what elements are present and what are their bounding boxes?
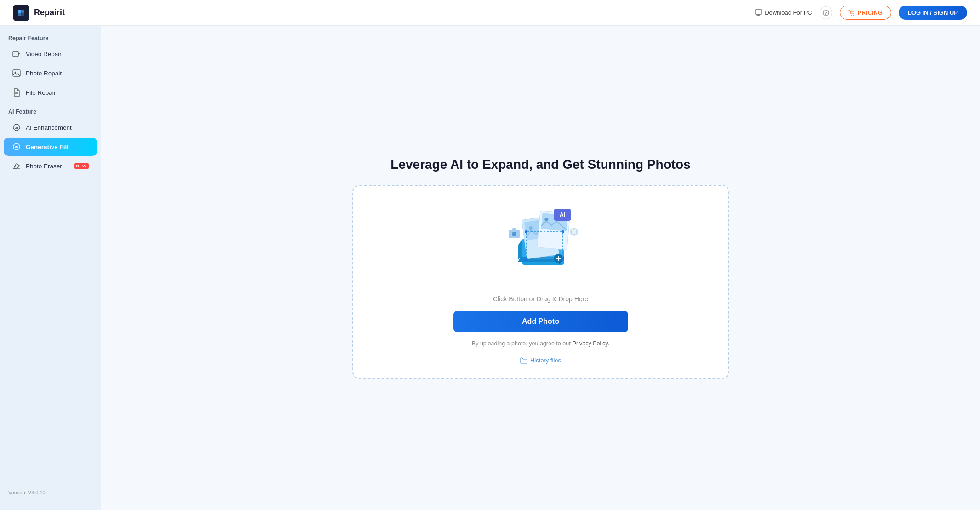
download-label: Download For PC	[765, 9, 812, 16]
sidebar-item-label: Photo Repair	[26, 70, 62, 77]
monitor-icon	[755, 9, 762, 17]
drag-drop-text: Click Button or Drag & Drop Here	[493, 295, 588, 303]
sidebar-item-label: Generative Fill	[26, 143, 69, 150]
svg-text:?: ?	[825, 11, 827, 16]
svg-rect-38	[512, 228, 516, 230]
logo-icon	[13, 5, 29, 21]
sidebar-item-generative-fill[interactable]: Generative Fill	[4, 138, 97, 156]
sidebar-item-file-repair[interactable]: File Repair	[4, 83, 97, 102]
add-photo-label: Add Photo	[522, 317, 559, 325]
sidebar-item-label: File Repair	[26, 89, 56, 96]
history-files-label: History files	[530, 357, 561, 364]
privacy-link-text: Privacy Policy.	[573, 340, 609, 347]
svg-text:AI: AI	[15, 126, 18, 130]
svg-point-44	[525, 258, 527, 261]
svg-point-42	[525, 230, 527, 233]
file-icon	[12, 88, 21, 97]
svg-point-37	[512, 232, 516, 236]
svg-text:AI: AI	[560, 212, 565, 218]
photo-icon	[12, 69, 21, 78]
page-title: Leverage AI to Expand, and Get Stunning …	[390, 157, 690, 172]
svg-rect-2	[18, 13, 21, 16]
main-layout: Repair Feature Video Repair Photo Repair	[0, 26, 980, 510]
pricing-button[interactable]: PRICING	[840, 6, 891, 20]
photo-eraser-icon	[12, 161, 21, 171]
svg-rect-4	[755, 10, 762, 14]
version-text: Version: V3.0.10	[0, 484, 101, 501]
svg-point-14	[15, 72, 16, 73]
svg-point-10	[853, 15, 854, 16]
generative-fill-icon	[12, 142, 21, 151]
help-icon: ?	[823, 10, 829, 16]
sidebar-item-label: AI Enhancement	[26, 124, 72, 131]
privacy-policy-link[interactable]: Privacy Policy.	[573, 340, 609, 347]
add-photo-button[interactable]: Add Photo	[453, 311, 628, 332]
svg-point-19	[13, 143, 20, 150]
help-button[interactable]: ?	[820, 6, 832, 19]
privacy-text: By uploading a photo, you agree to our P…	[472, 340, 609, 347]
ai-feature-section-label: AI Feature	[0, 109, 101, 115]
svg-rect-11	[13, 51, 18, 57]
sidebar-item-photo-repair[interactable]: Photo Repair	[4, 64, 97, 82]
header-right: Download For PC ? PRICING LOG IN / SIGN …	[755, 6, 967, 20]
history-files-link[interactable]: History files	[520, 357, 561, 364]
logo-text: Repairit	[34, 8, 65, 17]
cart-icon	[848, 10, 855, 16]
history-folder-icon	[520, 357, 527, 364]
sidebar: Repair Feature Video Repair Photo Repair	[0, 26, 101, 510]
svg-rect-3	[21, 13, 24, 16]
logo-area: Repairit	[13, 5, 65, 21]
pricing-label: PRICING	[858, 9, 883, 16]
svg-rect-1	[21, 10, 24, 13]
upload-area[interactable]: AI	[352, 185, 729, 379]
sidebar-item-video-repair[interactable]: Video Repair	[4, 45, 97, 63]
svg-rect-0	[18, 10, 21, 13]
header: Repairit Download For PC ? PRICING	[0, 0, 980, 26]
sidebar-item-ai-enhancement[interactable]: AI AI Enhancement	[4, 118, 97, 137]
sidebar-item-label: Photo Eraser	[26, 163, 62, 170]
download-pc-button[interactable]: Download For PC	[755, 9, 812, 17]
sidebar-item-photo-eraser[interactable]: Photo Eraser NEW	[4, 157, 97, 175]
sidebar-item-label: Video Repair	[26, 51, 62, 57]
video-icon	[12, 49, 21, 58]
svg-point-45	[562, 258, 564, 261]
svg-marker-12	[18, 53, 20, 55]
svg-point-9	[851, 15, 852, 16]
main-content: Leverage AI to Expand, and Get Stunning …	[101, 26, 980, 510]
upload-illustration: AI	[495, 204, 587, 287]
ai-enhancement-icon: AI	[12, 123, 21, 132]
svg-point-43	[562, 230, 564, 233]
repair-feature-section-label: Repair Feature	[0, 35, 101, 41]
privacy-prefix: By uploading a photo, you agree to our	[472, 340, 573, 347]
new-badge: NEW	[74, 163, 89, 169]
login-label: LOG IN / SIGN UP	[908, 9, 958, 16]
login-button[interactable]: LOG IN / SIGN UP	[899, 6, 967, 20]
